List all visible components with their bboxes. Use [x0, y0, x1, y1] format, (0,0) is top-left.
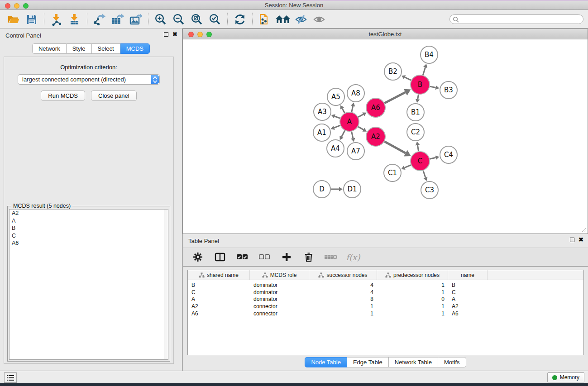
close-panel-button[interactable]: Close panel	[91, 91, 137, 101]
node-C4[interactable]: C4	[440, 146, 457, 163]
column-header-MCDS-role[interactable]: MCDS role	[250, 270, 309, 280]
tab-motifs[interactable]: Motifs	[438, 357, 466, 367]
cell-successor-nodes[interactable]: 1	[309, 303, 377, 310]
cell-successor-nodes[interactable]: 1	[309, 310, 377, 317]
cell-shared-name[interactable]: A	[188, 296, 250, 302]
node-A3[interactable]: A3	[314, 103, 331, 120]
task-history-button[interactable]	[4, 372, 17, 383]
node-B2[interactable]: B2	[384, 63, 402, 80]
network-minimize-button[interactable]	[197, 32, 203, 37]
zoom-out-button[interactable]	[170, 12, 188, 27]
zoom-window-button[interactable]	[23, 3, 29, 9]
zoom-in-button[interactable]	[152, 12, 170, 27]
close-table-panel-icon[interactable]: ✖	[578, 238, 583, 242]
node-A6[interactable]: A6	[366, 98, 385, 117]
network-zoom-button[interactable]	[206, 32, 212, 37]
result-list-scrollbar[interactable]	[164, 210, 168, 359]
network-canvas[interactable]: B4B2BB3A8A5A6A3B1AC2A1A2A4A7C4CC1DD1C3	[183, 39, 588, 234]
cell-MCDS-role[interactable]: connector	[250, 310, 309, 317]
save-session-button[interactable]	[23, 12, 41, 27]
search-input[interactable]	[449, 14, 583, 24]
column-header-name[interactable]: name	[448, 270, 488, 280]
edge-A2-C[interactable]	[384, 142, 406, 153]
node-B1[interactable]: B1	[407, 104, 424, 121]
tab-style[interactable]: Style	[67, 43, 92, 54]
cell-predecessor-nodes[interactable]: 1	[377, 310, 448, 317]
export-image-button[interactable]	[127, 12, 145, 27]
export-table-button[interactable]	[109, 12, 127, 27]
edge-A-A5[interactable]	[342, 109, 345, 113]
minimize-window-button[interactable]	[14, 3, 19, 9]
refresh-layout-button[interactable]	[231, 12, 249, 27]
column-header-predecessor-nodes[interactable]: predecessor nodes	[377, 270, 448, 280]
cell-successor-nodes[interactable]: 4	[309, 289, 377, 295]
show-graphics-details-button[interactable]	[310, 12, 328, 27]
edge-C-C4[interactable]	[430, 157, 435, 159]
close-window-button[interactable]	[5, 3, 10, 9]
float-panel-icon[interactable]	[164, 32, 168, 37]
node-B[interactable]: B	[411, 75, 430, 94]
cell-successor-nodes[interactable]: 4	[309, 282, 377, 288]
import-table-button[interactable]	[66, 12, 84, 27]
memory-button[interactable]: Memory	[547, 372, 584, 382]
node-C2[interactable]: C2	[407, 124, 424, 141]
edge-C-C2[interactable]	[417, 145, 418, 152]
cell-predecessor-nodes[interactable]: 1	[377, 303, 448, 310]
result-item-c[interactable]: C	[10, 232, 168, 240]
network-close-button[interactable]	[188, 32, 194, 37]
cell-MCDS-role[interactable]: dominator	[250, 282, 309, 288]
cell-shared-name[interactable]: B	[188, 282, 250, 288]
export-network-button[interactable]	[91, 12, 109, 27]
cell-MCDS-role[interactable]: dominator	[250, 296, 309, 302]
float-table-panel-icon[interactable]	[570, 238, 574, 242]
show-columns-button[interactable]	[212, 250, 228, 264]
resize-grip-icon[interactable]	[581, 227, 587, 233]
cell-successor-nodes[interactable]: 8	[309, 296, 377, 302]
cell-shared-name[interactable]: A2	[188, 303, 250, 310]
cell-name[interactable]: B	[448, 282, 488, 288]
deselect-all-columns-button[interactable]	[257, 250, 272, 264]
node-A7[interactable]: A7	[347, 143, 364, 160]
cell-predecessor-nodes[interactable]: 1	[377, 289, 448, 295]
node-D1[interactable]: D1	[344, 181, 361, 198]
zoom-fit-button[interactable]	[188, 12, 206, 27]
result-item-a2[interactable]: A2	[10, 210, 168, 217]
cell-name[interactable]: A	[448, 296, 488, 302]
edge-A-A6[interactable]	[358, 114, 363, 117]
column-header-successor-nodes[interactable]: successor nodes	[309, 270, 377, 280]
edge-A-A8[interactable]	[352, 106, 353, 112]
node-A1[interactable]: A1	[313, 124, 330, 141]
edge-A6-B[interactable]	[385, 92, 406, 103]
import-network-button[interactable]	[48, 12, 66, 27]
node-C[interactable]: C	[411, 152, 430, 171]
node-A2[interactable]: A2	[366, 127, 385, 146]
column-settings-button[interactable]	[190, 250, 206, 264]
edge-B-B1[interactable]	[418, 95, 419, 100]
tab-mcds[interactable]: MCDS	[120, 43, 150, 54]
node-B3[interactable]: B3	[440, 81, 457, 99]
cell-name[interactable]: C	[448, 289, 488, 295]
column-header-shared-name[interactable]: shared name	[188, 270, 250, 280]
edge-A-A3[interactable]	[335, 116, 340, 118]
node-D[interactable]: D	[313, 181, 330, 198]
home-button[interactable]	[274, 12, 292, 27]
delete-column-button[interactable]	[301, 250, 316, 264]
tab-select[interactable]: Select	[92, 43, 120, 54]
result-item-a6[interactable]: A6	[10, 239, 168, 247]
node-C3[interactable]: C3	[421, 181, 438, 199]
edge-C-C3[interactable]	[423, 171, 425, 177]
hide-graphics-details-button[interactable]	[292, 12, 310, 27]
node-A4[interactable]: A4	[327, 140, 344, 157]
edge-A-A1[interactable]	[334, 125, 340, 128]
cell-MCDS-role[interactable]: dominator	[250, 289, 309, 295]
cell-predecessor-nodes[interactable]: 0	[377, 296, 448, 302]
edge-A-A2[interactable]	[358, 127, 363, 130]
network-window-title-bar[interactable]: testGlobe.txt	[183, 29, 588, 39]
edge-A-A7[interactable]	[352, 132, 353, 138]
tab-edge-table[interactable]: Edge Table	[347, 357, 389, 367]
edge-A-A4[interactable]	[342, 130, 345, 137]
tab-network[interactable]: Network	[32, 43, 67, 54]
edge-B-B3[interactable]	[430, 86, 436, 87]
cell-shared-name[interactable]: A6	[188, 310, 250, 317]
result-item-a[interactable]: A	[10, 217, 168, 225]
